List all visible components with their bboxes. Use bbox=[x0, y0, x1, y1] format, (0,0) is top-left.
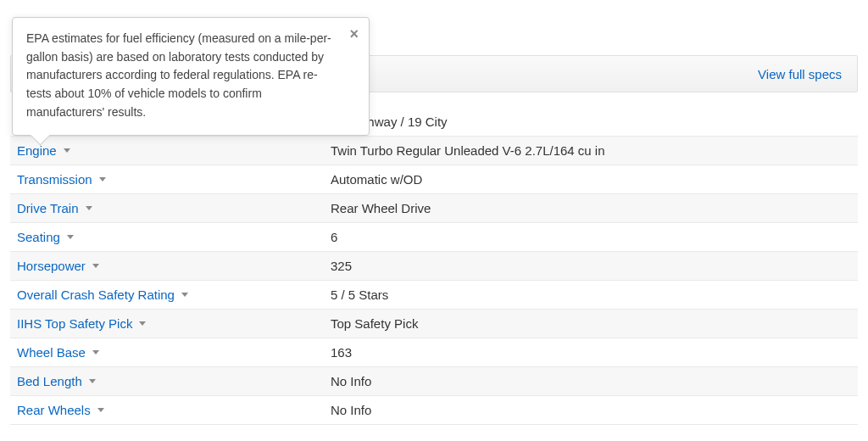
spec-label-rear-wheels[interactable]: Rear Wheels bbox=[17, 403, 91, 417]
spec-label-iihs[interactable]: IIHS Top Safety Pick bbox=[17, 316, 132, 331]
chevron-down-icon[interactable] bbox=[97, 408, 104, 412]
spec-value: No Info bbox=[331, 367, 858, 395]
specs-table: MPG 26 Highway / 19 City Engine Twin Tur… bbox=[10, 108, 858, 425]
spec-label-engine[interactable]: Engine bbox=[17, 143, 57, 158]
table-row: Wheel Base 163 bbox=[10, 338, 858, 367]
specs-container: × EPA estimates for fuel efficiency (mea… bbox=[0, 55, 868, 425]
spec-value: 5 / 5 Stars bbox=[331, 281, 858, 309]
chevron-down-icon[interactable] bbox=[89, 379, 96, 383]
table-row: Overall Crash Safety Rating 5 / 5 Stars bbox=[10, 281, 858, 310]
table-row: Transmission Automatic w/OD bbox=[10, 165, 858, 194]
table-row: Rear Wheels No Info bbox=[10, 396, 858, 425]
table-row: Drive Train Rear Wheel Drive bbox=[10, 194, 858, 223]
chevron-down-icon[interactable] bbox=[64, 148, 70, 153]
spec-label-seating[interactable]: Seating bbox=[17, 230, 60, 244]
spec-value: 6 bbox=[331, 223, 858, 251]
tooltip-text: EPA estimates for fuel efficiency (measu… bbox=[26, 31, 331, 119]
spec-value: 325 bbox=[331, 252, 858, 280]
spec-value: Top Safety Pick bbox=[331, 310, 858, 338]
spec-value: Rear Wheel Drive bbox=[331, 194, 858, 222]
spec-label-transmission[interactable]: Transmission bbox=[17, 172, 92, 187]
spec-label-wheel-base[interactable]: Wheel Base bbox=[17, 345, 86, 360]
spec-label-horsepower[interactable]: Horsepower bbox=[17, 259, 86, 273]
mpg-tooltip: × EPA estimates for fuel efficiency (mea… bbox=[12, 17, 370, 136]
spec-value: No Info bbox=[331, 396, 858, 424]
table-row: Seating 6 bbox=[10, 223, 858, 252]
chevron-down-icon[interactable] bbox=[99, 177, 106, 181]
spec-value: 26 Highway / 19 City bbox=[331, 108, 858, 136]
spec-label-crash-rating[interactable]: Overall Crash Safety Rating bbox=[17, 287, 175, 302]
chevron-down-icon[interactable] bbox=[92, 350, 99, 354]
spec-value: Twin Turbo Regular Unleaded V-6 2.7L/164… bbox=[331, 137, 858, 165]
table-row: Horsepower 325 bbox=[10, 252, 858, 281]
spec-value: 163 bbox=[331, 338, 858, 366]
spec-label-bed-length[interactable]: Bed Length bbox=[17, 374, 82, 388]
chevron-down-icon[interactable] bbox=[86, 206, 92, 210]
chevron-down-icon[interactable] bbox=[92, 264, 99, 268]
chevron-down-icon[interactable] bbox=[181, 293, 188, 297]
view-full-specs-link[interactable]: View full specs bbox=[758, 67, 842, 81]
spec-label-drive-train[interactable]: Drive Train bbox=[17, 201, 79, 215]
table-row: Engine Twin Turbo Regular Unleaded V-6 2… bbox=[10, 137, 858, 165]
chevron-down-icon[interactable] bbox=[67, 235, 74, 239]
spec-value: Automatic w/OD bbox=[331, 165, 858, 193]
chevron-down-icon[interactable] bbox=[139, 321, 146, 326]
table-row: Bed Length No Info bbox=[10, 367, 858, 396]
close-icon[interactable]: × bbox=[349, 26, 359, 42]
table-row: IIHS Top Safety Pick Top Safety Pick bbox=[10, 310, 858, 338]
